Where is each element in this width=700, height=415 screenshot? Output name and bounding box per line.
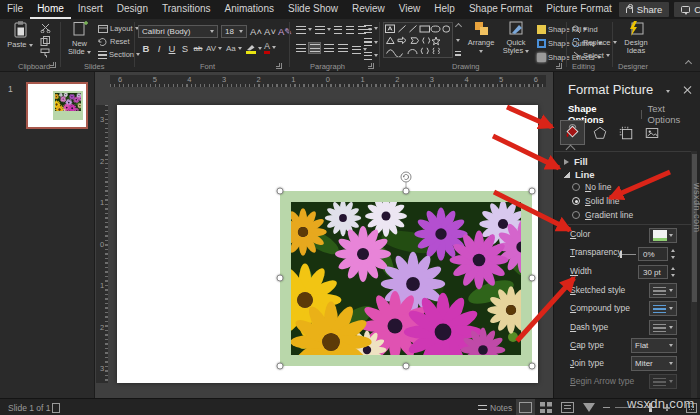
- panel-options-caret-icon[interactable]: [666, 90, 670, 93]
- line-section-header[interactable]: Line: [564, 169, 595, 180]
- highlight-button[interactable]: [246, 43, 262, 54]
- drawing-dialog-launcher[interactable]: [556, 63, 562, 69]
- replace-button[interactable]: Replace: [572, 37, 617, 48]
- join-type-dropdown[interactable]: Miter: [631, 356, 677, 371]
- resize-handle-nw[interactable]: [277, 188, 284, 195]
- tab-view[interactable]: View: [392, 0, 428, 19]
- width-value-field[interactable]: 30 pt: [638, 265, 668, 279]
- shapes-gallery[interactable]: [383, 22, 453, 58]
- change-case-button[interactable]: Aa: [226, 43, 242, 54]
- no-line-radio[interactable]: No line: [572, 182, 611, 192]
- transparency-slider[interactable]: [620, 254, 636, 255]
- gradient-line-radio[interactable]: Gradient line: [572, 210, 633, 220]
- font-name-combobox[interactable]: Calibri (Body): [138, 25, 218, 38]
- justify-button[interactable]: [336, 42, 349, 54]
- align-center-button[interactable]: [308, 42, 321, 54]
- sketched-style-dropdown[interactable]: [649, 283, 677, 298]
- smartart-button[interactable]: [364, 50, 378, 61]
- selected-picture[interactable]: [280, 191, 532, 366]
- cap-type-dropdown[interactable]: Flat: [631, 338, 677, 353]
- panel-close-icon[interactable]: [683, 85, 692, 94]
- align-left-button[interactable]: [294, 42, 307, 54]
- transparency-stepper[interactable]: [668, 247, 677, 261]
- reading-view-button[interactable]: [558, 399, 577, 415]
- tab-transitions[interactable]: Transitions: [155, 0, 218, 19]
- find-button[interactable]: Find: [572, 24, 598, 35]
- decrease-font-button[interactable]: A˅: [264, 25, 276, 38]
- slide-canvas[interactable]: [117, 105, 538, 383]
- increase-indent-button[interactable]: [346, 24, 354, 35]
- font-dialog-launcher[interactable]: [276, 63, 282, 69]
- align-text-button[interactable]: [364, 37, 378, 48]
- shapes-gallery-scroll[interactable]: [454, 22, 462, 58]
- select-button[interactable]: Select: [572, 50, 610, 61]
- layout-button[interactable]: Layout: [98, 23, 139, 34]
- design-ideas-button[interactable]: Design Ideas: [617, 20, 655, 55]
- clipboard-dialog-launcher[interactable]: [50, 62, 56, 68]
- copy-icon[interactable]: [40, 36, 51, 46]
- bullets-button[interactable]: [296, 24, 312, 35]
- slide-sorter-view-button[interactable]: [537, 399, 556, 415]
- arrange-button[interactable]: Arrange: [465, 20, 497, 55]
- resize-handle-w[interactable]: [277, 275, 284, 282]
- tab-home[interactable]: Home: [30, 0, 71, 19]
- effects-option-button[interactable]: [587, 120, 612, 145]
- notes-button[interactable]: Notes: [478, 399, 512, 415]
- resize-handle-sw[interactable]: [277, 363, 284, 370]
- accessibility-icon[interactable]: [52, 399, 60, 415]
- format-painter-icon[interactable]: [40, 48, 51, 58]
- tab-insert[interactable]: Insert: [71, 0, 110, 19]
- resize-handle-s[interactable]: [403, 363, 410, 370]
- width-stepper[interactable]: [668, 265, 677, 279]
- char-spacing-button[interactable]: AV: [206, 43, 222, 54]
- numbering-button[interactable]: [315, 24, 331, 35]
- text-direction-button[interactable]: [364, 23, 378, 34]
- begin-arrow-type-dropdown[interactable]: [649, 374, 677, 389]
- rotation-handle[interactable]: [399, 170, 413, 184]
- collapse-ribbon-button[interactable]: [686, 59, 691, 68]
- align-right-button[interactable]: [322, 42, 335, 54]
- italic-button[interactable]: I: [153, 42, 165, 55]
- increase-font-button[interactable]: A˄: [250, 25, 262, 38]
- slideshow-view-button[interactable]: [579, 399, 598, 415]
- tab-shape-format[interactable]: Shape Format: [462, 0, 539, 19]
- fill-line-option-button[interactable]: [560, 120, 585, 145]
- normal-view-button[interactable]: [516, 399, 535, 415]
- resize-handle-n[interactable]: [403, 188, 410, 195]
- tab-animations[interactable]: Animations: [218, 0, 281, 19]
- slide-thumbnail[interactable]: [26, 82, 88, 129]
- bold-button[interactable]: B: [140, 42, 152, 55]
- dash-type-dropdown[interactable]: [649, 320, 677, 335]
- tab-slide-show[interactable]: Slide Show: [281, 0, 345, 19]
- tab-help[interactable]: Help: [427, 0, 462, 19]
- font-color-button[interactable]: A: [264, 42, 276, 53]
- solid-line-radio[interactable]: Solid line: [572, 196, 620, 206]
- zoom-out-button[interactable]: [603, 399, 610, 415]
- strikethrough-button[interactable]: ab: [192, 42, 204, 55]
- reset-button[interactable]: Reset: [98, 36, 130, 47]
- line-color-button[interactable]: [649, 228, 677, 243]
- tab-design[interactable]: Design: [110, 0, 155, 19]
- transparency-slider-thumb[interactable]: [620, 251, 622, 258]
- paragraph-dialog-launcher[interactable]: [368, 63, 374, 69]
- new-slide-button[interactable]: New Slide: [63, 20, 96, 56]
- tab-review[interactable]: Review: [345, 0, 392, 19]
- font-size-combobox[interactable]: 18: [221, 25, 247, 38]
- underline-button[interactable]: U: [166, 42, 178, 55]
- decrease-indent-button[interactable]: [334, 24, 342, 35]
- paste-button[interactable]: Paste: [5, 20, 35, 49]
- transparency-value-field[interactable]: 0%: [638, 247, 668, 261]
- tab-file[interactable]: File: [0, 0, 30, 19]
- resize-handle-e[interactable]: [529, 275, 536, 282]
- fill-section-header[interactable]: Fill: [564, 156, 588, 167]
- resize-handle-se[interactable]: [529, 363, 536, 370]
- comments-button[interactable]: Comments: [674, 2, 700, 17]
- compound-type-dropdown[interactable]: [649, 301, 677, 316]
- quick-styles-button[interactable]: Quick Styles: [499, 20, 533, 55]
- share-button[interactable]: Share: [619, 2, 669, 17]
- picture-option-button[interactable]: [639, 120, 664, 145]
- text-shadow-button[interactable]: S: [179, 42, 191, 55]
- size-properties-option-button[interactable]: [613, 120, 638, 145]
- resize-handle-ne[interactable]: [529, 188, 536, 195]
- cut-icon[interactable]: [40, 23, 51, 33]
